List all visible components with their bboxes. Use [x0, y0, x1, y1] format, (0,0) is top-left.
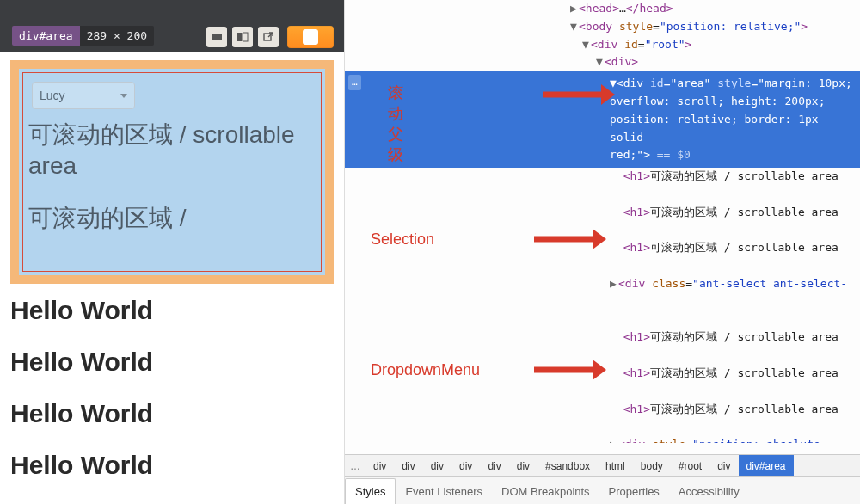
devtools-panel: ▶<head>…</head> ▼<body style="position: …	[344, 0, 860, 504]
svg-rect-0	[212, 34, 222, 40]
preview-panel: div#area 289 × 200 Lucy 可滚动的区域 / scrolla…	[0, 0, 344, 504]
element-selector-badge: div#area	[12, 26, 80, 46]
tab-dom-breakpoints[interactable]: DOM Breakpoints	[492, 479, 599, 504]
tab-properties[interactable]: Properties	[599, 479, 669, 504]
breadcrumb-item[interactable]: div	[710, 455, 738, 476]
element-dimensions-badge: 289 × 200	[80, 26, 154, 46]
tab-accessibility[interactable]: Accessibility	[669, 479, 749, 504]
ellipsis-icon[interactable]: …	[348, 75, 361, 90]
breadcrumb-item[interactable]: div	[394, 455, 422, 476]
breadcrumb-item-selected[interactable]: div#area	[739, 455, 794, 476]
hello-heading: Hello World	[10, 347, 153, 377]
select-value: Lucy	[40, 89, 65, 102]
breadcrumb-item[interactable]: div	[480, 455, 508, 476]
lucy-select[interactable]: Lucy	[32, 82, 135, 109]
run-button[interactable]	[287, 26, 334, 48]
inspect-badge: div#area 289 × 200	[12, 26, 154, 46]
breadcrumb-bar[interactable]: … div div div div div div #sandbox html …	[345, 454, 860, 476]
breadcrumb-item[interactable]: div	[366, 455, 394, 476]
open-external-icon[interactable]	[258, 27, 279, 47]
breadcrumb-ellipsis[interactable]: …	[345, 455, 366, 476]
chevron-down-icon	[120, 94, 127, 98]
layout-full-icon[interactable]	[206, 27, 227, 47]
below-area: Hello World Hello World Hello World Hell…	[10, 296, 153, 502]
annotation-selection: Selection	[371, 230, 434, 249]
hello-heading: Hello World	[10, 451, 153, 480]
breadcrumb-item[interactable]: #root	[671, 455, 710, 476]
breadcrumb-item[interactable]: div	[452, 455, 480, 476]
hello-heading: Hello World	[10, 399, 153, 428]
tab-event-listeners[interactable]: Event Listeners	[396, 479, 492, 504]
annotation-dropdown: DropdownMenu	[371, 361, 480, 379]
svg-rect-2	[243, 33, 249, 41]
highlighted-area: Lucy 可滚动的区域 / scrollable area 可滚动的区域 /	[10, 60, 334, 284]
scrollable-heading-2: 可滚动的区域 /	[23, 203, 321, 234]
breadcrumb-item[interactable]: html	[598, 455, 633, 476]
svg-rect-3	[264, 34, 271, 40]
breadcrumb-item[interactable]: div	[423, 455, 452, 476]
breadcrumb-item[interactable]: body	[633, 455, 671, 476]
scrollable-heading: 可滚动的区域 / scrollable area	[23, 120, 321, 182]
breadcrumb-item[interactable]: div	[509, 455, 538, 476]
devtools-tabs: Styles Event Listeners DOM Breakpoints P…	[345, 476, 860, 504]
hello-heading: Hello World	[10, 296, 153, 325]
breadcrumb-item[interactable]: #sandbox	[538, 455, 598, 476]
tab-styles[interactable]: Styles	[345, 478, 396, 504]
layout-split-icon[interactable]	[232, 27, 253, 47]
preview-toolbar: div#area 289 × 200	[0, 0, 344, 52]
svg-rect-1	[237, 33, 243, 41]
